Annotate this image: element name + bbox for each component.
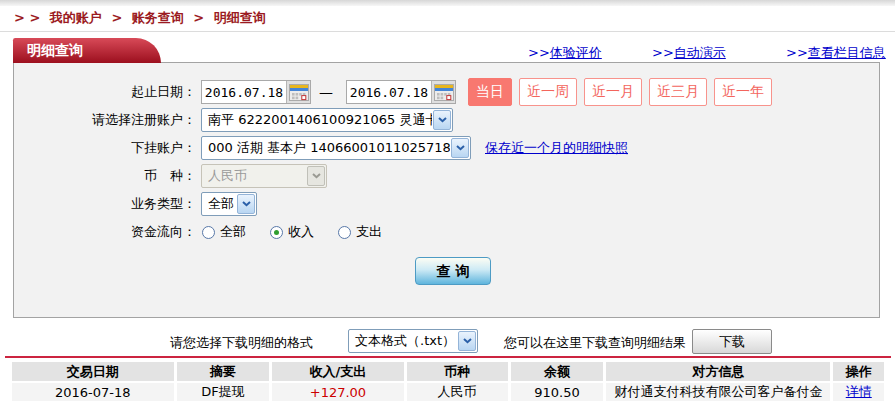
business-type-value: 全部 [202,195,236,213]
breadcrumb-item-detail-query[interactable]: 明细查询 [214,10,266,25]
radio-label: 全部 [220,223,246,241]
cell-trade-date: 2016-07-18 [12,383,174,401]
col-header-action: 操作 [833,362,884,381]
download-format-label: 请您选择下载明细的格式 [170,334,313,352]
query-form-panel: 起止日期： 2016.07.18 — 2016.07.18 [13,62,880,318]
view-column-info-link[interactable]: >>查看栏目信息 [786,44,886,62]
date-from-field[interactable]: 2016.07.18 [201,80,311,104]
col-header-counterparty: 对方信息 [606,362,830,381]
query-button[interactable]: 查 询 [415,257,491,285]
table-top-rule [5,356,891,358]
register-account-select[interactable]: 南平 6222001406100921065 灵通卡 [201,108,453,132]
save-monthly-snapshot-link[interactable]: 保存近一个月的明细快照 [485,139,628,157]
date-from-value[interactable]: 2016.07.18 [202,85,286,100]
sub-account-select[interactable]: 000 活期 基本户 1406600101102571848 [201,136,471,160]
cell-summary: DF提现 [177,383,270,401]
tab-label: 明细查询 [13,38,161,60]
business-type-row: 业务类型： 全部 [14,191,879,217]
detail-link[interactable]: 详情 [846,384,872,399]
quick-range-month-button[interactable]: 近一月 [584,78,642,106]
fund-flow-option-all[interactable]: 全部 [202,223,246,241]
cell-counterparty: 财付通支付科技有限公司客户备付金 [606,383,830,401]
date-to-value[interactable]: 2016.07.18 [347,85,431,100]
chevron-down-icon[interactable] [451,138,469,158]
currency-value: 人民币 [202,167,306,185]
breadcrumb-divider [0,31,895,32]
business-type-select[interactable]: 全部 [201,192,257,216]
radio-unchecked-icon[interactable] [338,226,351,239]
currency-select-disabled: 人民币 [201,164,327,188]
breadcrumb: > > 我的账户 > 账务查询 > 明细查询 [14,9,271,27]
chevron-down-icon[interactable] [433,110,451,130]
download-row: 请您选择下载明细的格式 文本格式（.txt） 您可以在这里下载查询明细结果 下载 [0,329,895,355]
radio-checked-icon[interactable] [270,226,283,239]
breadcrumb-separator: > [111,10,122,25]
date-to-field[interactable]: 2016.07.18 [346,80,456,104]
register-account-row: 请选择注册账户： 南平 6222001406100921065 灵通卡 [14,107,879,133]
sub-account-value: 000 活期 基本户 1406600101102571848 [202,139,450,157]
quick-range-year-button[interactable]: 近一年 [714,78,772,106]
auto-demo-link[interactable]: >>自动演示 [652,44,726,62]
breadcrumb-item-my-account[interactable]: 我的账户 [50,10,102,25]
register-account-value: 南平 6222001406100921065 灵通卡 [202,111,432,129]
link-label: 查看栏目信息 [808,45,886,60]
download-button[interactable]: 下载 [692,329,772,354]
table-header-row: 交易日期 摘要 收入/支出 币种 余额 对方信息 操作 [12,362,884,381]
currency-label: 币 种： [14,167,196,185]
link-prefix: >> [528,45,550,60]
quick-range-today-button[interactable]: 当日 [468,78,512,106]
link-prefix: >> [652,45,674,60]
download-format-value: 文本格式（.txt） [349,332,457,350]
detail-query-page: > > 我的账户 > 账务查询 > 明细查询 明细查询 >>体验评价 >>自动演… [0,0,895,402]
link-label: 自动演示 [674,45,726,60]
fund-flow-label: 资金流向： [14,223,196,241]
link-prefix: >> [786,45,808,60]
col-header-trade-date: 交易日期 [12,362,174,381]
col-header-balance: 余额 [511,362,604,381]
col-header-summary: 摘要 [177,362,270,381]
date-range-separator: — [319,84,333,100]
download-hint-text: 您可以在这里下载查询明细结果 [504,334,686,352]
quick-range-quarter-button[interactable]: 近三月 [649,78,707,106]
cell-currency: 人民币 [407,383,508,401]
col-header-currency: 币种 [407,362,508,381]
fund-flow-option-expense[interactable]: 支出 [338,223,382,241]
radio-label: 收入 [288,223,314,241]
date-range-label: 起止日期： [14,83,196,101]
download-format-select[interactable]: 文本格式（.txt） [348,329,478,353]
breadcrumb-separator: > [193,10,204,25]
breadcrumb-item-account-query[interactable]: 账务查询 [132,10,184,25]
chevron-down-icon[interactable] [458,331,476,351]
cell-action: 详情 [833,383,884,401]
experience-review-link[interactable]: >>体验评价 [528,44,602,62]
sub-account-label: 下挂账户： [14,139,196,157]
chevron-down-icon [307,166,325,186]
col-header-income-expense: 收入/支出 [272,362,403,381]
cell-balance: 910.50 [511,383,604,401]
currency-row: 币 种： 人民币 [14,163,879,189]
transaction-table: 交易日期 摘要 收入/支出 币种 余额 对方信息 操作 2016-07-18 D… [9,360,887,402]
cell-amount: +127.00 [272,383,403,401]
page-top-gradient [0,0,895,6]
business-type-label: 业务类型： [14,195,196,213]
calendar-icon[interactable] [431,81,455,103]
radio-unchecked-icon[interactable] [202,226,215,239]
date-range-row: 起止日期： 2016.07.18 — 2016.07.18 [14,77,879,107]
tab-detail-query[interactable]: 明细查询 [13,38,161,63]
chevron-down-icon[interactable] [237,194,255,214]
fund-flow-option-income[interactable]: 收入 [270,223,314,241]
table-row: 2016-07-18 DF提现 +127.00 人民币 910.50 财付通支付… [12,383,884,401]
breadcrumb-prefix: > > [14,10,40,25]
radio-label: 支出 [356,223,382,241]
register-account-label: 请选择注册账户： [14,111,196,129]
link-label: 体验评价 [550,45,602,60]
sub-account-row: 下挂账户： 000 活期 基本户 1406600101102571848 保存近… [14,135,879,161]
fund-flow-row: 资金流向： 全部 收入 支出 [14,219,879,245]
quick-range-week-button[interactable]: 近一周 [519,78,577,106]
calendar-icon[interactable] [286,81,310,103]
